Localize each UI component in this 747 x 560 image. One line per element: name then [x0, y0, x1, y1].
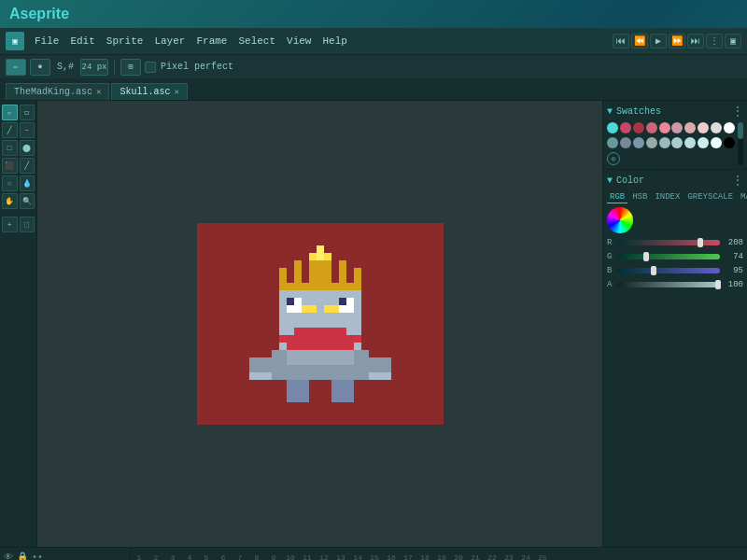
rect-btn[interactable]: □ — [2, 140, 18, 156]
swatches-arrow[interactable]: ▼ — [607, 106, 613, 117]
swatch-18[interactable] — [711, 137, 722, 148]
r-slider[interactable] — [617, 240, 720, 245]
new-frame-btn[interactable]: + — [2, 217, 18, 232]
swatches-title: Swatches — [616, 106, 661, 117]
circle-tool-btn[interactable]: ● — [30, 59, 50, 76]
tab-skull-close[interactable]: ✕ — [174, 87, 178, 97]
eraser-btn[interactable]: ◻ — [20, 105, 35, 120]
swatch-12[interactable] — [633, 137, 644, 148]
menu-bar: ▣ File Edit Sprite Layer Frame Select Vi… — [0, 28, 747, 54]
tool-row-4: ⬛ ╱ — [2, 158, 35, 174]
menu-frame[interactable]: Frame — [191, 34, 232, 49]
play-extra-btn[interactable]: ▣ — [725, 34, 741, 49]
menu-layer[interactable]: Layer — [149, 34, 190, 49]
play-options-btn[interactable]: ⋮ — [706, 34, 723, 49]
fill-btn[interactable]: ⬛ — [2, 158, 18, 174]
swatch-scrollbar[interactable] — [738, 122, 743, 165]
swatch-2[interactable] — [633, 122, 644, 133]
color-tab-grey[interactable]: GREYSCALE — [684, 191, 736, 203]
svg-rect-20 — [287, 350, 354, 365]
menu-file[interactable]: File — [30, 34, 63, 49]
eyedrop-btn[interactable]: 💧 — [20, 175, 35, 191]
size-input[interactable]: 24 px — [80, 59, 108, 76]
play-last-btn[interactable]: ⏭ — [687, 34, 704, 49]
swatch-17[interactable] — [698, 137, 709, 148]
color-tab-rgb[interactable]: RGB — [607, 191, 627, 203]
swatch-3[interactable] — [646, 122, 657, 133]
hand-btn[interactable]: ✋ — [2, 193, 18, 209]
color-tab-index[interactable]: INDEX — [652, 191, 683, 203]
curve-btn[interactable]: ~ — [20, 122, 35, 138]
line-btn[interactable]: ╱ — [2, 122, 18, 138]
color-arrow[interactable]: ▼ — [607, 175, 613, 186]
tab-themadking[interactable]: TheMadKing.asc ✕ — [6, 83, 109, 100]
add-swatch-btn[interactable]: ⊕ — [607, 152, 620, 165]
menu-edit[interactable]: Edit — [65, 34, 99, 49]
color-tab-hsb[interactable]: HSB — [629, 191, 650, 203]
a-label: A — [607, 280, 614, 289]
menu-sprite[interactable]: Sprite — [102, 34, 148, 49]
g-slider[interactable] — [617, 254, 720, 259]
swatch-11[interactable] — [620, 137, 631, 148]
pixel-perfect-label: Pixel perfect — [158, 62, 236, 72]
swatch-9[interactable] — [724, 122, 735, 133]
pixel-perfect-toggle[interactable]: Pixel perfect — [145, 62, 236, 73]
color-menu-btn[interactable]: ⋮ — [732, 174, 743, 188]
swatch-5[interactable] — [671, 122, 683, 133]
pencil-tool-btn[interactable]: ✏ — [6, 59, 26, 76]
timeline-frames: 1234567891011121314151617181920212223242… — [131, 548, 747, 560]
svg-rect-23 — [249, 372, 272, 380]
tab-skull[interactable]: Skull.asc ✕ — [111, 83, 187, 100]
diagonal-btn[interactable]: ╱ — [20, 158, 35, 174]
selection-btn[interactable]: ⬚ — [20, 217, 35, 232]
tab-themadking-label: TheMadKing.asc — [14, 87, 92, 97]
a-slider[interactable] — [617, 282, 720, 287]
grid-btn[interactable]: ⊞ — [120, 59, 141, 76]
play-first-btn[interactable]: ⏮ — [613, 34, 629, 49]
tool-row-7: + ⬚ — [2, 217, 35, 232]
swatch-0[interactable] — [607, 122, 618, 133]
timeline-header: 👁 🔒 •• — [0, 548, 130, 560]
swatch-13[interactable] — [646, 137, 657, 148]
dots-icon[interactable]: •• — [32, 553, 43, 561]
frame-numbers: 1234567891011121314151617181920212223242… — [131, 548, 747, 560]
menu-help[interactable]: Help — [317, 34, 351, 49]
color-wheel[interactable] — [607, 207, 633, 233]
swatch-16[interactable] — [684, 137, 696, 148]
zoom-btn[interactable]: 🔍 — [20, 193, 35, 209]
swatch-10[interactable] — [607, 137, 618, 148]
right-panel: ▼ Swatches ⋮ — [602, 101, 747, 547]
fill-circle-btn[interactable]: ⬤ — [20, 140, 35, 156]
play-next-btn[interactable]: ⏩ — [669, 34, 685, 49]
tool-row-3: □ ⬤ — [2, 140, 35, 156]
b-label: B — [607, 266, 614, 275]
lock-icon[interactable]: 🔒 — [17, 552, 28, 560]
swatch-6[interactable] — [684, 122, 696, 133]
main-area: ✏ ◻ ╱ ~ □ ⬤ ⬛ ╱ ○ 💧 ✋ 🔍 + ⬚ — [0, 101, 747, 547]
b-slider[interactable] — [617, 268, 720, 273]
svg-rect-14 — [339, 298, 346, 305]
circle-outline-btn[interactable]: ○ — [2, 175, 18, 191]
sprite-canvas[interactable] — [197, 223, 444, 425]
svg-rect-1 — [279, 268, 287, 283]
pencil-btn[interactable]: ✏ — [2, 105, 18, 120]
tab-themadking-close[interactable]: ✕ — [96, 87, 101, 97]
swatch-14[interactable] — [659, 137, 670, 148]
swatches-row-2 — [607, 137, 736, 148]
eye-icon[interactable]: 👁 — [4, 552, 13, 560]
play-btn[interactable]: ▶ — [650, 34, 667, 49]
swatch-1[interactable] — [620, 122, 631, 133]
color-tab-mask[interactable]: MASK — [738, 191, 747, 203]
swatch-19[interactable] — [724, 137, 735, 148]
color-tabs: RGB HSB INDEX GREYSCALE MASK — [607, 191, 743, 203]
swatch-8[interactable] — [711, 122, 722, 133]
swatch-15[interactable] — [671, 137, 683, 148]
menu-select[interactable]: Select — [233, 34, 280, 49]
swatch-4[interactable] — [659, 122, 670, 133]
menu-view[interactable]: View — [282, 34, 316, 49]
swatch-7[interactable] — [698, 122, 709, 133]
tool-row-5: ○ 💧 — [2, 175, 35, 191]
a-value: 100 — [723, 280, 743, 289]
swatches-menu-btn[interactable]: ⋮ — [732, 105, 743, 119]
play-prev-btn[interactable]: ⏪ — [631, 34, 648, 49]
